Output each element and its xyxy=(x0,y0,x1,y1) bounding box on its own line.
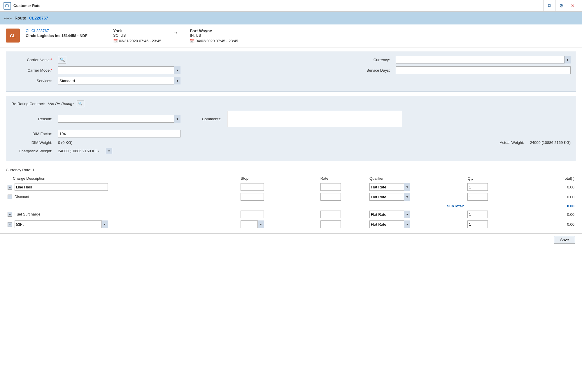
svg-rect-0 xyxy=(6,5,8,7)
53ft-qty-input[interactable] xyxy=(467,220,488,228)
company-avatar: CL xyxy=(6,29,20,43)
line-haul-stop-input[interactable] xyxy=(241,183,264,191)
col-header-stop: Stop xyxy=(239,175,318,182)
line-haul-rate-cell xyxy=(319,182,368,192)
carrier-name-label: Carrier Name:* xyxy=(11,58,52,62)
fuel-surcharge-stop-input[interactable] xyxy=(241,211,264,218)
discount-stop-input[interactable] xyxy=(241,193,264,201)
carrier-section: Carrier Name:* 🔍 Currency: ▼ Carrier Mod… xyxy=(6,52,576,92)
line-haul-qualifier-cell: Flat Rate Per Unit Per Mile ▼ xyxy=(368,182,466,192)
dim-factor-input[interactable] xyxy=(58,130,180,137)
53ft-rate-cell xyxy=(319,219,368,229)
53ft-qualifier-select[interactable]: Flat Rate Per Unit Per Mile xyxy=(369,220,410,228)
discount-qualifier-cell: Flat Rate Per Unit Per Mile ▼ xyxy=(368,192,466,202)
popup-icon[interactable]: ⧉ xyxy=(544,0,555,12)
reason-select[interactable] xyxy=(58,115,180,123)
fuel-surcharge-expand-button[interactable]: + xyxy=(8,212,12,217)
53ft-desc-wrap: 53Ft ▼ xyxy=(15,220,108,228)
services-label: Services: xyxy=(11,79,52,83)
rerate-contract-value: *No Re-Rating* xyxy=(48,102,74,106)
fuel-surcharge-qty-cell xyxy=(466,209,515,219)
fuel-surcharge-qty-input[interactable] xyxy=(467,211,488,218)
subtotal-label: SubTotal: xyxy=(6,202,466,210)
53ft-qualifier-cell: Flat Rate Per Unit Per Mile ▼ xyxy=(368,219,466,229)
destination-calendar-icon: 📅 xyxy=(190,39,194,43)
title-bar-actions: ↓ ⧉ ⚙ ✕ xyxy=(532,0,579,12)
route-arrow-icon: → xyxy=(173,29,178,36)
origin-block: York SC, US 📅 03/31/2020 07:45 - 23:45 xyxy=(113,29,161,43)
fuel-surcharge-rate-cell xyxy=(319,209,368,219)
col-header-rate: Rate xyxy=(319,175,368,182)
fuel-surcharge-desc-cell: + Fuel Surcharge xyxy=(6,209,239,219)
fuel-surcharge-rate-input[interactable] xyxy=(320,211,341,218)
discount-expand-button[interactable]: + xyxy=(8,195,12,199)
currency-label: Currency: xyxy=(361,58,390,62)
line-haul-expand-button[interactable]: + xyxy=(8,185,12,190)
footer-actions: Save xyxy=(0,233,582,246)
route-label: Route xyxy=(15,16,26,20)
company-id-label: CL xyxy=(26,29,30,33)
close-icon[interactable]: ✕ xyxy=(567,0,579,12)
route-id[interactable]: CL228767 xyxy=(29,16,48,20)
dim-weight-label: DIM Weight: xyxy=(11,140,52,145)
window-title: Customer Rate xyxy=(13,3,40,8)
discount-qty-input[interactable] xyxy=(467,193,488,201)
services-row: Services: Standard Expedited Economy ▼ xyxy=(11,77,571,84)
carrier-name-search-button[interactable]: 🔍 xyxy=(58,56,66,63)
line-haul-qualifier-select[interactable]: Flat Rate Per Unit Per Mile xyxy=(369,183,410,191)
line-haul-qty-cell xyxy=(466,182,515,192)
line-haul-qty-input[interactable] xyxy=(467,183,488,191)
fuel-surcharge-qualifier-select[interactable]: Flat Rate Per Unit Per Mile xyxy=(369,211,410,218)
line-haul-desc-input[interactable] xyxy=(15,183,108,191)
reason-select-wrap: ▼ xyxy=(58,115,180,123)
comments-input[interactable] xyxy=(227,111,402,127)
dim-factor-row: DIM Factor: xyxy=(11,130,571,137)
currency-select-wrap: ▼ xyxy=(396,56,571,63)
53ft-stop-select[interactable] xyxy=(241,220,264,228)
destination-city: Fort Wayne xyxy=(190,29,238,33)
col-header-qualifier: Qualifier xyxy=(368,175,466,182)
rerate-contract-row: Re-Rating Contract: *No Re-Rating* 🔍 xyxy=(11,100,571,107)
line-haul-desc-cell: + xyxy=(6,182,239,192)
53ft-desc-select[interactable]: 53Ft xyxy=(15,220,108,228)
services-select[interactable]: Standard Expedited Economy xyxy=(58,77,180,84)
service-days-input[interactable] xyxy=(396,66,571,74)
currency-rate-label: Currency Rate: xyxy=(6,168,31,172)
53ft-stop-wrap: ▼ xyxy=(241,220,264,228)
col-header-desc: Charge Description xyxy=(6,175,239,182)
discount-stop-cell xyxy=(239,192,318,202)
53ft-qualifier-wrap: Flat Rate Per Unit Per Mile ▼ xyxy=(369,220,410,228)
settings-icon[interactable]: ⚙ xyxy=(555,0,567,12)
fuel-surcharge-stop-cell xyxy=(239,209,318,219)
company-id[interactable]: CL228767 xyxy=(31,29,49,33)
currency-select[interactable] xyxy=(396,56,571,63)
rerate-section: Re-Rating Contract: *No Re-Rating* 🔍 Rea… xyxy=(6,96,576,161)
discount-total-cell: 0.00 xyxy=(515,192,576,202)
53ft-expand-button[interactable]: + xyxy=(8,222,12,227)
title-bar: Customer Rate ↓ ⧉ ⚙ ✕ xyxy=(0,0,582,12)
table-row: + Flat Rate Per Unit Per Mile xyxy=(6,182,576,192)
rerate-search-button[interactable]: 🔍 xyxy=(77,100,84,107)
service-days-label: Service Days: xyxy=(355,68,390,73)
53ft-rate-input[interactable] xyxy=(320,220,341,228)
actual-weight-value: 24000 (10886.2169 KG) xyxy=(530,140,571,145)
carrier-mode-label: Carrier Mode:* xyxy=(11,68,52,73)
discount-qualifier-wrap: Flat Rate Per Unit Per Mile ▼ xyxy=(369,193,410,201)
col-header-qty: Qty xyxy=(466,175,515,182)
discount-qualifier-select[interactable]: Flat Rate Per Unit Per Mile xyxy=(369,193,410,201)
charges-table-body: + Flat Rate Per Unit Per Mile xyxy=(6,182,576,229)
col-header-total: Total( ) xyxy=(515,175,576,182)
carrier-mode-select[interactable] xyxy=(58,66,180,74)
chargeable-weight-edit-icon[interactable]: ✏ xyxy=(106,148,112,154)
actual-weight-label: Actual Weight: xyxy=(486,140,524,145)
download-icon[interactable]: ↓ xyxy=(532,0,544,12)
53ft-total-cell: 0.00 xyxy=(515,219,576,229)
chargeable-weight-label: Chargeable Weight: xyxy=(11,149,52,153)
save-button[interactable]: Save xyxy=(554,236,575,244)
destination-date: 📅 04/02/2020 07:45 - 23:45 xyxy=(190,39,238,43)
fuel-surcharge-qualifier-cell: Flat Rate Per Unit Per Mile ▼ xyxy=(368,209,466,219)
line-haul-rate-input[interactable] xyxy=(320,183,341,191)
discount-rate-input[interactable] xyxy=(320,193,341,201)
charges-table-header: Charge Description Stop Rate Qualifier Q… xyxy=(6,175,576,182)
carrier-mode-row: Carrier Mode:* ▼ Service Days: xyxy=(11,66,571,74)
